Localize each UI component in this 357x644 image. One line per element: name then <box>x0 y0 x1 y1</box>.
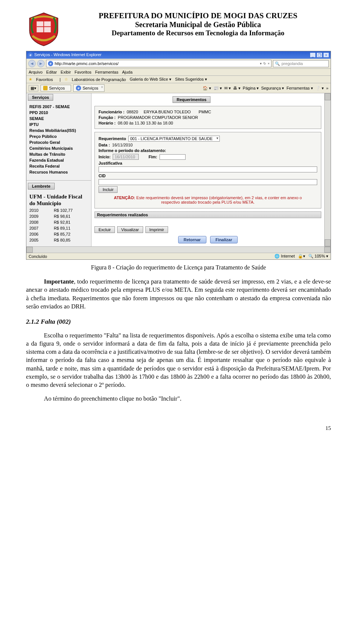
sidebar-item-refis[interactable]: REFIS 2007 - SEMAE <box>29 104 88 110</box>
sidebar-item-cemiterios[interactable]: Cemitérios Municipais <box>29 145 88 151</box>
imprimir-button[interactable]: Imprimir <box>145 226 168 233</box>
retornar-button[interactable]: Retornar <box>178 236 206 243</box>
statusbar: Concluído 🌐 Internet 🔒▾ 🔍 105% ▾ <box>26 253 331 259</box>
vertical-scrollbar[interactable] <box>324 93 331 246</box>
sidebar: Serviços REFIS 2007 - SEMAE PPD 2010 SEM… <box>26 93 91 246</box>
menu-arquivo[interactable]: Arquivo <box>29 70 42 74</box>
incluir-button[interactable]: Incluir <box>99 186 118 193</box>
status-zoom[interactable]: 🔍 105% ▾ <box>308 254 328 259</box>
status-zone: Internet <box>281 254 295 258</box>
url-text: http://marte.pmmc.com.br/servicos/ <box>55 61 119 66</box>
letterhead-line2: Secretaria Municipal de Gestão Pública <box>65 20 331 29</box>
sidebar-tab-servicos[interactable]: Serviços <box>28 94 53 101</box>
cid-input[interactable] <box>99 179 317 185</box>
maximize-button[interactable]: ❐ <box>316 52 322 58</box>
stop-icon[interactable]: × <box>268 62 270 65</box>
realizados-header: Requerimentos realizados <box>94 211 321 218</box>
requerimento-form-box: Requerimento 001 - LICENCA P/TRATAMENTO … <box>94 132 321 208</box>
fav-suggested-icon: ☆ <box>64 77 68 82</box>
sidebar-item-iptu[interactable]: IPTU <box>29 122 88 127</box>
sidebar-item-multas[interactable]: Multas de Trânsito <box>29 151 88 157</box>
section-heading: 2.1.2 Falta (002) <box>26 317 331 326</box>
data-label: Data : <box>99 143 110 147</box>
sidebar-item-protocolo[interactable]: Protocolo Geral <box>29 139 88 145</box>
sidebar-tab-lembrete[interactable]: Lembrete <box>28 183 55 190</box>
requerimento-select[interactable]: 001 - LICENCA P/TRATAMENTO DE SAUDE <box>128 136 220 142</box>
search-input[interactable]: 🔍 pregolandia <box>273 60 329 67</box>
paragraph-3: Ao término do preenchimento clique no bo… <box>26 395 331 403</box>
menu-favoritos[interactable]: Favoritos <box>75 70 91 74</box>
favorites-label[interactable]: Favoritos <box>36 77 53 82</box>
sidebar-item-receita[interactable]: Receita Federal <box>29 163 88 169</box>
cmd-help[interactable]: ❔ ▾ <box>315 86 324 91</box>
sidebar-item-rh[interactable]: Recursos Humanos <box>29 169 88 175</box>
menu-editar[interactable]: Editar <box>46 70 57 74</box>
tab-label: Serviços <box>49 86 65 90</box>
letterhead-line3: Departamento de Recursos em Tecnologia d… <box>65 29 331 37</box>
attention-text: ATENÇÃO: Este requerimento deverá ser im… <box>99 194 317 206</box>
fav-link-labs[interactable]: Laboratórios de Programação <box>72 77 126 82</box>
fim-input[interactable] <box>160 154 186 160</box>
funcionario-nome: ERYKA BUENO TOLEDO <box>144 110 191 114</box>
quick-tabs-button[interactable]: ▦▾ <box>29 85 38 91</box>
favicon-icon <box>43 86 48 90</box>
sidebar-item-preco[interactable]: Preço Público <box>29 133 88 139</box>
visualizar-button[interactable]: Visualizar <box>117 226 143 233</box>
forward-button[interactable]: ► <box>37 60 45 67</box>
cmd-mail[interactable]: ✉ ▾ <box>224 86 231 91</box>
url-dropdown-icon[interactable]: ▾ <box>260 62 262 65</box>
ufm-table: 2010R$ 102,77 2009R$ 98,61 2008R$ 92,81 … <box>26 207 91 243</box>
horizontal-scrollbar[interactable] <box>26 246 331 253</box>
table-row: 2005R$ 80,85 <box>26 237 91 243</box>
minimize-button[interactable]: _ <box>310 52 316 58</box>
back-button[interactable]: ◄ <box>28 60 36 67</box>
status-protected[interactable]: 🔒▾ <box>298 254 305 259</box>
tab-servicos-2[interactable]: eServiços× <box>73 84 104 92</box>
requerimento-label: Requerimento <box>99 136 126 141</box>
menubar: Arquivo Editar Exibir Favoritos Ferramen… <box>26 69 331 76</box>
funcao-value: PROGRAMADOR COMPUTADOR SENIOR <box>118 115 198 120</box>
cmd-print[interactable]: 🖶 ▾ <box>233 86 241 91</box>
cmd-pagina[interactable]: Página ▾ <box>243 86 259 91</box>
sidebar-item-fazenda[interactable]: Fazenda Estadual <box>29 157 88 163</box>
funcao-label: Função : <box>99 115 116 120</box>
excluir-button[interactable]: Excluir <box>94 226 115 233</box>
tab-servicos-1[interactable]: Serviços <box>41 85 71 91</box>
cmd-seguranca[interactable]: Segurança ▾ <box>261 86 284 91</box>
finalizar-button[interactable]: Finalizar <box>210 236 238 243</box>
refresh-icon[interactable]: ↻ <box>263 62 266 65</box>
ufm-heading: UFM - Unidade Fiscal do Município <box>26 191 91 207</box>
cmd-home[interactable]: 🏠 ▾ <box>203 86 211 91</box>
tab-bar: ▦▾ Serviços eServiços× 🏠 ▾ 📰 ▾ ✉ ▾ 🖶 ▾ P… <box>26 83 331 93</box>
sidebar-item-semae[interactable]: SEMAE <box>29 116 88 122</box>
cmd-feeds[interactable]: 📰 ▾ <box>213 86 222 91</box>
funcionario-org: PMMC <box>199 110 211 114</box>
fav-link-galeria[interactable]: Galeria do Web Slice ▾ <box>130 77 171 82</box>
requerimentos-tab[interactable]: Requerimentos <box>173 96 210 103</box>
cmd-more[interactable]: » <box>326 86 328 90</box>
cid-label: CID <box>99 174 106 178</box>
url-input[interactable]: e http://marte.pmmc.com.br/servicos/ ▾ ↻… <box>46 60 271 67</box>
menu-ajuda[interactable]: Ajuda <box>122 70 132 74</box>
funcionario-label: Funcionário : <box>99 110 125 114</box>
favorites-star-icon[interactable]: ★ <box>29 77 32 82</box>
ie-window: e Serviços - Windows Internet Explorer _… <box>26 51 331 260</box>
justificativa-input[interactable] <box>99 166 317 172</box>
status-text: Concluído <box>29 254 47 259</box>
close-window-button[interactable]: × <box>323 52 329 58</box>
sidebar-item-ppd[interactable]: PPD 2010 <box>29 110 88 116</box>
cmd-ferramentas[interactable]: Ferramentas ▾ <box>286 86 313 91</box>
close-tab-icon[interactable]: × <box>101 85 103 89</box>
search-icon: 🔍 <box>275 61 280 66</box>
ie-icon: e <box>28 52 33 58</box>
city-crest-icon <box>26 11 61 48</box>
page-number: 15 <box>26 425 331 431</box>
figure-caption: Figura 8 - Criação do requerimento de Li… <box>26 264 331 271</box>
table-row: 2010R$ 102,77 <box>26 207 91 213</box>
fav-link-sugeridos[interactable]: Sites Sugeridos ▾ <box>175 77 207 82</box>
menu-ferramentas[interactable]: Ferramentas <box>95 70 118 74</box>
sidebar-item-iss[interactable]: Rendas Mobiliárias(ISS) <box>29 127 88 133</box>
menu-exibir[interactable]: Exibir <box>61 70 71 74</box>
inicio-input: 16/11/2010 <box>113 154 139 160</box>
letterhead: PREFEITURA DO MUNICÍPIO DE MOGI DAS CRUZ… <box>26 11 331 48</box>
